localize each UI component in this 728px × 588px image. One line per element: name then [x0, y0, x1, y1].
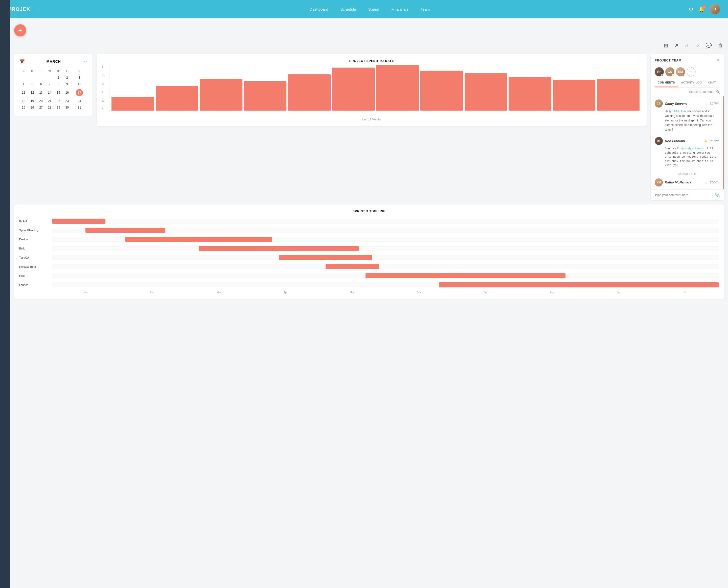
- cal-day-0-4[interactable]: 1: [54, 75, 63, 81]
- gantt-track-4: [52, 255, 719, 260]
- filter-icon[interactable]: ⊿: [685, 42, 689, 48]
- cal-day-4-0[interactable]: 25: [19, 104, 28, 111]
- calendar-more[interactable]: ···: [83, 59, 87, 64]
- cal-day-3-5[interactable]: 23: [63, 98, 71, 104]
- cal-day-2-1[interactable]: 12: [28, 87, 37, 98]
- tab-chat[interactable]: CHAT: [705, 79, 719, 87]
- gantt-x-label-1: Feb: [119, 291, 185, 294]
- tab-comments[interactable]: COMMENTS: [655, 79, 678, 87]
- gantt-row-1: Sprint Planning: [19, 226, 719, 234]
- cal-day-2-6[interactable]: 17: [71, 87, 87, 98]
- gantt-x-label-7: Aug: [519, 291, 586, 294]
- comment-input[interactable]: [655, 193, 713, 197]
- settings-icon[interactable]: ⚙: [689, 6, 693, 12]
- cal-day-1-5[interactable]: 9: [63, 81, 71, 87]
- calendar-grid: S M T W TH F S 1234567891011121314151617…: [19, 68, 87, 111]
- nav-team[interactable]: Team: [421, 7, 430, 12]
- add-member-button[interactable]: +: [687, 67, 696, 77]
- panel-avatars: RF CS KM +: [650, 65, 724, 79]
- gantt-track-6: [52, 273, 719, 278]
- cal-day-1-4[interactable]: 8: [54, 81, 63, 87]
- cal-day-4-1[interactable]: 26: [28, 104, 37, 111]
- cal-day-0-2: [37, 75, 45, 81]
- panel-avatar-2[interactable]: CS: [665, 67, 675, 77]
- date-divider-label: MARCH 17TH: [678, 172, 697, 175]
- cal-day-4-4[interactable]: 29: [54, 104, 63, 111]
- cal-day-4-3[interactable]: 28: [45, 104, 54, 111]
- panel-avatar-1[interactable]: RF: [655, 67, 664, 77]
- nav-spend[interactable]: Spend: [368, 7, 379, 12]
- cal-day-1-0[interactable]: 4: [19, 81, 28, 87]
- chart-title: PROJECT SPEND TO DATE: [107, 59, 637, 63]
- chart-bar-4: [288, 75, 331, 110]
- cal-day-2-2[interactable]: 13: [37, 87, 45, 98]
- cal-day-1-3[interactable]: 7: [45, 81, 54, 87]
- gantt-track-1: [52, 228, 719, 233]
- panel-avatar-3[interactable]: KM: [676, 67, 685, 77]
- gantt-bar-0: [52, 218, 105, 224]
- nav-financials[interactable]: Financials: [391, 7, 409, 12]
- cal-day-3-6[interactable]: 24: [71, 98, 87, 104]
- comment-toolbar-icon[interactable]: 💬: [706, 42, 712, 48]
- app-logo: PROJEX: [8, 6, 39, 12]
- cal-day-2-4[interactable]: 15: [54, 87, 63, 98]
- attach-icon[interactable]: 📎: [715, 192, 720, 197]
- chart-bar-8: [465, 74, 507, 110]
- panel-tabs: COMMENTS ACTIVITY LOG CHAT: [655, 79, 720, 87]
- cal-day-0-3: [45, 75, 54, 81]
- add-button[interactable]: +: [14, 24, 26, 37]
- cal-day-2-3[interactable]: 14: [45, 87, 54, 98]
- cal-day-2-5[interactable]: 16: [63, 87, 71, 98]
- mention-robfranklin: @robfranklin: [668, 109, 686, 113]
- cal-day-0-6[interactable]: 3: [71, 75, 87, 81]
- gantt-bar-5: [326, 264, 379, 269]
- cal-day-4-2[interactable]: 27: [37, 104, 45, 111]
- comment-avatar-rob: RF: [655, 137, 663, 145]
- search-comments-icon[interactable]: 🔍: [716, 90, 720, 93]
- cal-day-3-3[interactable]: 21: [45, 98, 54, 104]
- tab-activity-log[interactable]: ACTIVITY LOG: [678, 79, 705, 87]
- share-icon[interactable]: ↗: [674, 42, 679, 48]
- cal-day-1-2[interactable]: 6: [37, 81, 45, 87]
- calendar-icon: 📅: [19, 59, 25, 64]
- panel-header: PROJECT TEAM ✕: [650, 54, 724, 65]
- notifications-icon[interactable]: 🔔 1: [699, 6, 705, 12]
- panel-close-button[interactable]: ✕: [716, 58, 720, 63]
- cal-day-3-0[interactable]: 18: [19, 98, 28, 104]
- cal-day-3-4[interactable]: 22: [54, 98, 63, 104]
- y-label-dollar: $: [102, 65, 104, 68]
- calendar-month: MARCH: [25, 60, 83, 63]
- cal-day-4-5[interactable]: 30: [63, 104, 71, 111]
- chart-y-labels: $ 25 20 15 10 5: [102, 65, 104, 111]
- gantt-label-5: Release Beta: [19, 265, 52, 268]
- cal-header-th: TH: [54, 68, 63, 75]
- gantt-track-0: [52, 218, 719, 224]
- comment-avatar-cindy: CS: [655, 100, 663, 107]
- star-cindy[interactable]: ☆: [704, 102, 708, 105]
- star-toolbar-icon[interactable]: ☆: [695, 42, 700, 48]
- comment-time-kathy: TODAY: [710, 181, 719, 184]
- cal-day-2-0[interactable]: 11: [19, 87, 28, 98]
- cal-day-0-5[interactable]: 2: [63, 75, 71, 81]
- comments-area[interactable]: CS Cindy Stevens ☆ 2:17PM Hi @robfrankli…: [650, 97, 724, 189]
- cal-header-m: M: [28, 68, 37, 75]
- star-rob[interactable]: ★: [704, 139, 708, 143]
- nav-schedule[interactable]: Schedule: [340, 7, 356, 12]
- trash-icon[interactable]: 🗑: [718, 42, 723, 48]
- search-comments-label: Search Comments: [689, 90, 714, 93]
- cal-day-4-6[interactable]: 31: [71, 104, 87, 111]
- cal-day-1-6[interactable]: 10: [71, 81, 87, 87]
- user-avatar[interactable]: U: [710, 4, 720, 14]
- top-row: 📅 MARCH ··· S M T W TH F S 1: [14, 54, 724, 201]
- status-dot-3: [683, 74, 685, 76]
- cal-day-3-1[interactable]: 19: [28, 98, 37, 104]
- status-dot-2: [672, 74, 674, 76]
- chart-more[interactable]: ···: [637, 59, 642, 63]
- grid-view-icon[interactable]: ⊞: [664, 42, 668, 48]
- comment-time-cindy: 2:17PM: [709, 102, 719, 105]
- cal-header-s2: S: [71, 68, 87, 75]
- nav-dashboard[interactable]: Dashboard: [310, 7, 328, 12]
- star-kathy[interactable]: ☆: [705, 181, 708, 185]
- cal-day-3-2[interactable]: 20: [37, 98, 45, 104]
- cal-day-1-1[interactable]: 5: [28, 81, 37, 87]
